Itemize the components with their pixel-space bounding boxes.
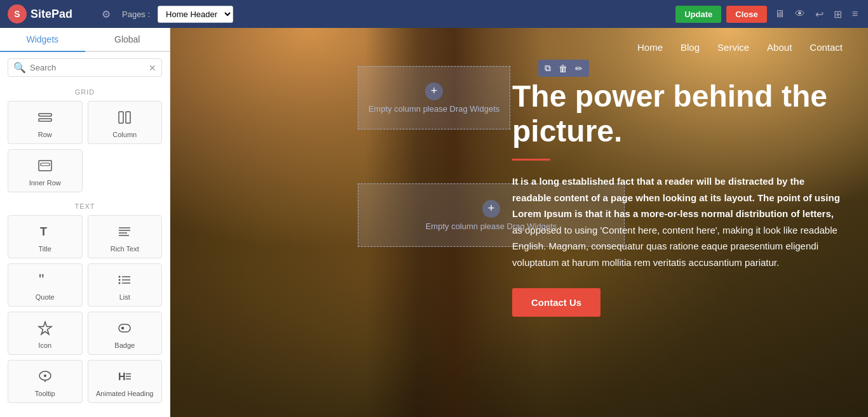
widget-animated-heading[interactable]: H Animated Heading (88, 360, 163, 403)
widget-row-label: Row (38, 131, 52, 138)
nav-blog[interactable]: Blog (681, 42, 700, 53)
tab-global[interactable]: Global (85, 28, 170, 51)
svg-text:": " (39, 272, 44, 288)
row-icon (37, 110, 53, 128)
update-button[interactable]: Update (675, 6, 721, 23)
widget-badge[interactable]: Badge (88, 312, 163, 355)
nav-home[interactable]: Home (637, 42, 663, 53)
row-edit-button[interactable]: ✏ (573, 62, 585, 75)
widget-title-label: Title (39, 245, 51, 253)
widget-row[interactable]: Row (8, 101, 83, 144)
widget-rich-text-label: Rich Text (111, 245, 139, 253)
grid-section-label: GRID (0, 83, 170, 98)
search-icon: 🔍 (13, 62, 26, 74)
empty-column-1: + Empty column please Drag Widgets (358, 66, 510, 129)
menu-icon[interactable]: ≡ (850, 6, 860, 22)
canvas-area: ⧉ 🗑 ✏ + Empty column please Drag Widgets… (170, 28, 868, 417)
top-bar: S SitePad ⚙ Pages : Home Header About Pa… (0, 0, 868, 28)
gear-button[interactable]: ⚙ (98, 6, 114, 23)
tooltip-icon (37, 369, 53, 387)
add-widget-button-2[interactable]: + (482, 200, 500, 218)
search-bar: 🔍 ✕ (8, 58, 162, 77)
sidebar-tabs: Widgets Global (0, 28, 170, 52)
nav-about[interactable]: About (767, 42, 792, 53)
svg-rect-19 (121, 327, 124, 329)
widget-tooltip[interactable]: Tooltip (8, 360, 83, 403)
svg-point-14 (119, 279, 121, 281)
empty-column-text-1: Empty column please Drag Widgets (369, 104, 500, 114)
svg-rect-18 (119, 324, 130, 332)
widget-badge-label: Badge (114, 341, 135, 349)
widget-icon[interactable]: Icon (8, 312, 83, 355)
site-nav: Home Blog Service About Contact (170, 28, 868, 66)
top-bar-right: Update Close 🖥 👁 ↩ ⊞ ≡ (675, 6, 860, 23)
svg-rect-5 (41, 163, 50, 166)
logo-text: SitePad (31, 8, 72, 21)
widget-icon-label: Icon (38, 341, 51, 349)
svg-rect-1 (39, 119, 51, 121)
add-widget-button-1[interactable]: + (425, 83, 443, 100)
svg-point-21 (44, 374, 46, 377)
svg-point-12 (119, 275, 121, 277)
sitemap-icon[interactable]: ⊞ (831, 6, 844, 23)
grid-widget-group: Row Column Inner Row (0, 98, 170, 197)
close-button[interactable]: Close (726, 6, 766, 23)
text-widget-group: T Title Rich Text (0, 213, 170, 408)
monitor-icon[interactable]: 🖥 (772, 6, 787, 22)
pages-dropdown[interactable]: Home Header About Page Contact Page Blog… (158, 6, 233, 23)
svg-point-16 (119, 282, 121, 284)
widget-inner-row[interactable]: Inner Row (8, 149, 83, 192)
nav-contact[interactable]: Contact (810, 42, 843, 53)
search-input[interactable] (30, 63, 145, 72)
hero-content: The power behind the picture. It is a lo… (512, 79, 843, 317)
text-section-label: TEXT (0, 197, 170, 213)
undo-icon[interactable]: ↩ (813, 6, 826, 23)
animated-heading-icon: H (117, 369, 132, 387)
clear-search-button[interactable]: ✕ (149, 63, 156, 73)
widget-quote-label: Quote (36, 293, 55, 301)
svg-text:T: T (40, 225, 47, 238)
widget-rich-text[interactable]: Rich Text (88, 215, 163, 258)
contact-us-button[interactable]: Contact Us (512, 288, 600, 317)
widget-column-label: Column (112, 131, 137, 138)
inner-row-icon (37, 158, 53, 176)
pages-label: Pages : (122, 10, 150, 19)
logo-area: S SitePad (8, 4, 90, 23)
widget-animated-heading-label: Animated Heading (96, 390, 154, 397)
logo-icon: S (8, 4, 27, 23)
svg-rect-0 (39, 114, 51, 116)
list-icon (117, 272, 132, 291)
badge-icon (117, 321, 132, 339)
svg-rect-2 (119, 112, 123, 123)
hero-title: The power behind the picture. (512, 79, 843, 149)
widget-column[interactable]: Column (88, 101, 163, 144)
svg-rect-3 (126, 112, 130, 123)
hero-body-text: It is a long established fact that a rea… (512, 173, 843, 270)
website-preview: ⧉ 🗑 ✏ + Empty column please Drag Widgets… (170, 28, 868, 417)
hero-divider (512, 159, 550, 161)
widget-list-label: List (119, 293, 130, 301)
row-copy-button[interactable]: ⧉ (542, 62, 553, 75)
title-icon: T (37, 224, 53, 242)
row-delete-button[interactable]: 🗑 (556, 62, 570, 75)
widget-quote[interactable]: " Quote (8, 263, 83, 307)
svg-text:H: H (118, 371, 126, 382)
widget-title[interactable]: T Title (8, 215, 83, 258)
eye-icon[interactable]: 👁 (792, 6, 808, 22)
main-layout: Widgets Global 🔍 ✕ GRID Row (0, 28, 868, 417)
rich-text-icon (117, 224, 132, 242)
widget-tooltip-label: Tooltip (35, 390, 55, 397)
quote-icon: " (37, 272, 53, 291)
sidebar: Widgets Global 🔍 ✕ GRID Row (0, 28, 170, 417)
widget-inner-row-label: Inner Row (29, 179, 61, 187)
icon-widget-icon (37, 321, 53, 339)
tab-widgets[interactable]: Widgets (0, 28, 85, 52)
row-action-bar: ⧉ 🗑 ✏ (538, 60, 589, 77)
column-icon (117, 110, 132, 128)
widget-list[interactable]: List (88, 263, 163, 307)
nav-service[interactable]: Service (717, 42, 749, 53)
